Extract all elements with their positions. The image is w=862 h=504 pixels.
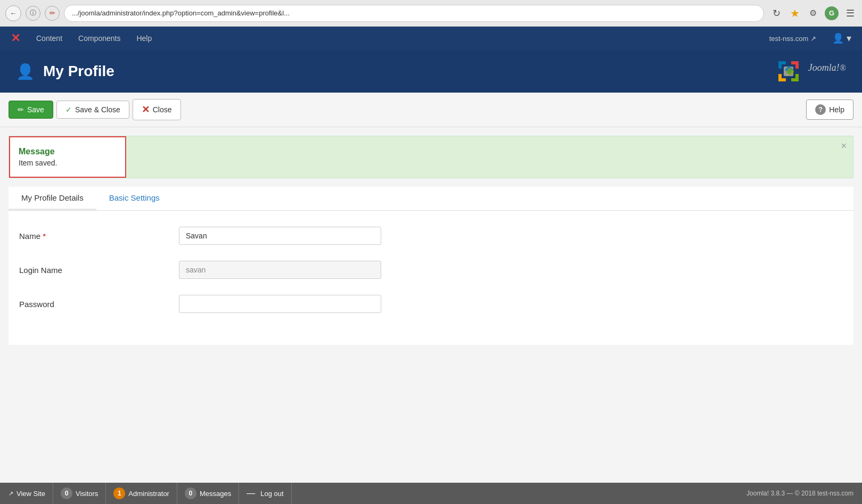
messages-badge: 0 xyxy=(185,488,196,499)
form-row-password: Password xyxy=(19,295,843,313)
status-copyright: Joomla! 3.8.3 — © 2018 test-nss.com xyxy=(746,490,853,497)
name-label: Name * xyxy=(19,232,168,241)
visitors-badge: 0 xyxy=(61,488,72,499)
question-icon: ? xyxy=(815,104,826,115)
address-bar[interactable]: .../joomla/administrator/index.php?optio… xyxy=(64,5,764,22)
bookmarks-icon[interactable]: ★ xyxy=(789,7,801,20)
message-content-area: × xyxy=(126,136,853,178)
messages-label: Messages xyxy=(200,490,231,498)
content-area: Message Item saved. × My Profile Details… xyxy=(0,127,862,483)
tab-basic-settings[interactable]: Basic Settings xyxy=(96,187,173,210)
browser-info-button[interactable]: ⓘ xyxy=(26,6,40,21)
nav-content[interactable]: Content xyxy=(36,34,62,43)
save-close-label: Save & Close xyxy=(75,105,120,114)
joomla-logo-icon xyxy=(774,57,803,86)
save-close-button[interactable]: ✓ Save & Close xyxy=(56,101,129,119)
name-input[interactable] xyxy=(179,227,381,245)
save-icon: ✏ xyxy=(18,105,24,114)
browser-back-button[interactable]: ← xyxy=(5,5,21,21)
status-view-site[interactable]: ↗ View Site xyxy=(9,483,53,504)
status-visitors[interactable]: 0 Visitors xyxy=(53,483,106,504)
admin-top-bar: ✕ Content Components Help test-nss.com ↗… xyxy=(0,27,862,50)
save-button[interactable]: ✏ Save xyxy=(9,101,53,119)
login-name-input xyxy=(179,261,381,279)
check-icon: ✓ xyxy=(65,105,72,114)
joomla-menu-icon: ✕ xyxy=(11,31,20,45)
user-dropdown-icon[interactable]: 👤 ▾ xyxy=(832,32,851,44)
view-site-label: View Site xyxy=(17,490,45,498)
status-logout[interactable]: — Log out xyxy=(239,483,291,504)
page-header-left: 👤 My Profile xyxy=(16,63,114,80)
logout-label: Log out xyxy=(260,490,283,498)
message-close-button[interactable]: × xyxy=(841,141,847,152)
administrator-badge: 1 xyxy=(113,488,125,499)
nav-help[interactable]: Help xyxy=(136,34,152,43)
status-bar: ↗ View Site 0 Visitors 1 Administrator 0… xyxy=(0,483,862,504)
form-area: Name * Login Name Password xyxy=(9,211,853,345)
message-box: Message Item saved. × xyxy=(9,136,853,178)
visitors-label: Visitors xyxy=(76,490,98,498)
message-text: Item saved. xyxy=(19,159,117,167)
close-button[interactable]: ✕ Close xyxy=(133,99,181,120)
settings-icon[interactable]: ⚙ xyxy=(807,7,819,20)
administrator-label: Administrator xyxy=(128,490,169,498)
profile-page-icon: 👤 xyxy=(16,63,35,80)
login-name-label: Login Name xyxy=(19,266,168,275)
tab-basic-settings-label: Basic Settings xyxy=(109,193,160,202)
help-label: Help xyxy=(829,105,844,114)
view-site-icon: ↗ xyxy=(9,490,13,497)
close-label: Close xyxy=(153,105,172,114)
save-label: Save xyxy=(27,105,44,114)
browser-actions: ★ ⚙ G ☰ xyxy=(789,6,857,20)
site-link[interactable]: test-nss.com ↗ xyxy=(769,35,816,43)
joomla-logo-text: Joomla!® xyxy=(808,60,846,82)
browser-edit-button[interactable]: ✏ xyxy=(45,6,60,21)
user-avatar-icon[interactable]: G xyxy=(825,6,839,20)
logout-icon: — xyxy=(247,489,255,498)
status-administrator[interactable]: 1 Administrator xyxy=(106,483,177,504)
address-text: .../joomla/administrator/index.php?optio… xyxy=(72,9,290,17)
x-icon: ✕ xyxy=(142,104,150,115)
message-title: Message xyxy=(19,147,117,156)
browser-refresh-button[interactable]: ↻ xyxy=(768,5,784,21)
browser-chrome: ← ⓘ ✏ .../joomla/administrator/index.php… xyxy=(0,0,862,27)
form-row-login: Login Name xyxy=(19,261,843,279)
status-messages[interactable]: 0 Messages xyxy=(177,483,239,504)
page-header: 👤 My Profile Joomla!® xyxy=(0,50,862,93)
tab-my-profile-details-label: My Profile Details xyxy=(21,193,84,202)
help-button[interactable]: ? Help xyxy=(806,100,853,120)
tab-my-profile-details[interactable]: My Profile Details xyxy=(9,187,96,210)
password-input[interactable] xyxy=(179,295,381,313)
required-indicator: * xyxy=(43,232,46,241)
toolbar: ✏ Save ✓ Save & Close ✕ Close ? Help xyxy=(0,93,862,127)
nav-components[interactable]: Components xyxy=(78,34,120,43)
tabs-container: My Profile Details Basic Settings xyxy=(9,187,853,211)
menu-icon[interactable]: ☰ xyxy=(844,7,857,20)
message-label-box: Message Item saved. xyxy=(9,136,126,178)
password-label: Password xyxy=(19,300,168,309)
joomla-logo: Joomla!® xyxy=(774,57,846,86)
form-row-name: Name * xyxy=(19,227,843,245)
page-title: My Profile xyxy=(43,63,114,80)
